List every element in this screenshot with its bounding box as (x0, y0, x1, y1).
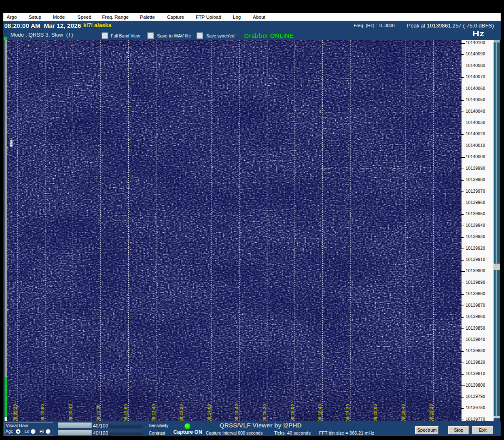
svg-text:08:15:20: 08:15:20 (262, 404, 267, 421)
svg-text:08:17:20: 08:17:20 (345, 404, 350, 421)
svg-text:08:14:40: 08:14:40 (234, 404, 239, 421)
svg-text:08:16:40: 08:16:40 (317, 404, 322, 421)
svg-text:08:16:00: 08:16:00 (290, 404, 295, 421)
svg-text:08:13:20: 08:13:20 (179, 404, 184, 421)
svg-text:08:14:00: 08:14:00 (207, 404, 212, 421)
svg-text:08:12:00: 08:12:00 (123, 404, 128, 421)
svg-text:08:11:20: 08:11:20 (96, 404, 101, 421)
svg-text:08:18:00: 08:18:00 (373, 404, 378, 421)
svg-text:08:09:20: 08:09:20 (12, 404, 17, 421)
svg-text:08:19:20: 08:19:20 (429, 404, 434, 421)
svg-text:08:10:00: 08:10:00 (40, 404, 45, 421)
svg-text:08:18:40: 08:18:40 (401, 404, 406, 421)
svg-text:08:12:40: 08:12:40 (151, 404, 156, 421)
svg-text:08:10:40: 08:10:40 (68, 404, 73, 421)
